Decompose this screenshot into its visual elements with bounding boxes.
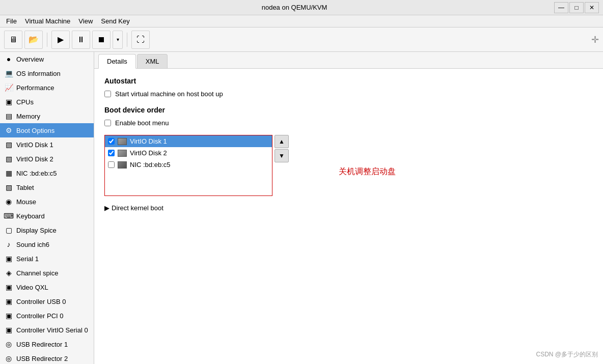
toolbar-separator-1	[47, 33, 47, 47]
boot-item-nic[interactable]: NIC :bd:eb:c5	[105, 159, 272, 171]
nic-icon	[118, 161, 127, 169]
collapse-arrow-icon: ▶	[104, 204, 109, 212]
sidebar-item-cpus[interactable]: ▣CPUs	[0, 95, 94, 109]
disk-icon-2	[118, 150, 127, 157]
sidebar-item-tablet[interactable]: ▨Tablet	[0, 180, 94, 194]
menubar-item-virtual-machine[interactable]: Virtual Machine	[21, 16, 74, 26]
menubar-item-send-key[interactable]: Send Key	[97, 16, 133, 26]
os-information-label: OS information	[16, 70, 61, 77]
autostart-label[interactable]: Start virtual machine on host boot up	[115, 90, 223, 98]
menubar-item-file[interactable]: File	[2, 16, 21, 26]
boot-item-label-1: VirtIO Disk 1	[130, 137, 167, 145]
annotation-container: 关机调整启动盘	[308, 146, 396, 177]
sidebar-item-boot-options[interactable]: ⚙Boot Options	[0, 123, 94, 137]
keyboard-icon: ⌨	[4, 211, 13, 220]
sidebar: ●Overview💻OS information📈Performance▣CPU…	[0, 52, 94, 364]
window-title: nodea on QEMU/KVM	[35, 4, 554, 11]
sidebar-item-controller-virtio-serial-0[interactable]: ▣Controller VirtIO Serial 0	[0, 323, 94, 337]
autostart-title: Autostart	[104, 77, 593, 85]
minimize-button[interactable]: —	[554, 2, 568, 13]
controller-usb-0-icon: ▣	[4, 297, 13, 306]
performance-icon: 📈	[4, 83, 13, 92]
enable-boot-menu-label[interactable]: Enable boot menu	[115, 119, 169, 127]
overview-label: Overview	[16, 55, 44, 63]
sidebar-item-memory[interactable]: ▤Memory	[0, 109, 94, 123]
video-qxl-icon: ▣	[4, 283, 13, 292]
sidebar-item-serial-1[interactable]: ▣Serial 1	[0, 251, 94, 266]
direct-kernel-boot-label: Direct kernel boot	[112, 204, 163, 212]
enable-boot-menu-checkbox[interactable]	[104, 120, 111, 126]
maximize-button[interactable]: □	[569, 2, 584, 13]
sidebar-item-virtio-disk-1[interactable]: ▧VirtIO Disk 1	[0, 137, 94, 152]
virtio-disk-2-icon: ▧	[4, 154, 13, 163]
virtio-disk-1-icon: ▧	[4, 140, 13, 149]
sidebar-item-video-qxl[interactable]: ▣Video QXL	[0, 280, 94, 294]
toolbar: 🖥 📂 ▶ ⏸ ⏹ ▾ ⛶ ✛	[0, 27, 603, 52]
sidebar-item-virtio-disk-2[interactable]: ▧VirtIO Disk 2	[0, 152, 94, 166]
virtio-disk-1-label: VirtIO Disk 1	[16, 141, 53, 149]
usb-redirector-2-icon: ◎	[4, 354, 13, 363]
autostart-checkbox[interactable]	[104, 91, 111, 97]
sidebar-item-overview[interactable]: ●Overview	[0, 52, 94, 66]
move-up-button[interactable]: ▲	[275, 135, 289, 148]
overview-icon: ●	[4, 54, 13, 64]
tab-bar: Details XML	[94, 52, 603, 69]
toolbar-spacer: ✛	[591, 34, 599, 45]
boot-device-order-title: Boot device order	[104, 106, 593, 114]
pause-button[interactable]: ⏸	[72, 31, 90, 49]
boot-item-checkbox-2[interactable]	[108, 150, 115, 156]
window-controls: — □ ✕	[554, 2, 599, 13]
dropdown-button[interactable]: ▾	[113, 31, 123, 49]
memory-icon: ▤	[4, 111, 13, 121]
controller-virtio-serial-0-label: Controller VirtIO Serial 0	[16, 326, 88, 334]
boot-item-virtio-disk-2[interactable]: VirtIO Disk 2	[105, 147, 272, 159]
sidebar-item-controller-pci-0[interactable]: ▣Controller PCI 0	[0, 309, 94, 323]
tablet-icon: ▨	[4, 183, 13, 192]
os-information-icon: 💻	[4, 69, 13, 78]
boot-item-label-2: VirtIO Disk 2	[130, 149, 167, 157]
move-down-button[interactable]: ▼	[275, 149, 289, 162]
memory-label: Memory	[16, 113, 40, 120]
toolbar-separator-2	[127, 33, 127, 47]
monitor-button[interactable]: 🖥	[4, 31, 22, 49]
direct-kernel-boot-section[interactable]: ▶ Direct kernel boot	[104, 204, 593, 212]
sidebar-item-display-spice[interactable]: ▢Display Spice	[0, 223, 94, 237]
boot-item-label-3: NIC :bd:eb:c5	[130, 161, 171, 169]
sound-ich6-icon: ♪	[4, 240, 13, 249]
sidebar-item-channel-spice[interactable]: ◈Channel spice	[0, 266, 94, 280]
open-button[interactable]: 📂	[24, 31, 43, 49]
play-button[interactable]: ▶	[51, 31, 70, 49]
nic-bd-eb-c5-label: NIC :bd:eb:c5	[16, 170, 57, 177]
controller-usb-0-label: Controller USB 0	[16, 298, 66, 305]
sidebar-item-controller-usb-0[interactable]: ▣Controller USB 0	[0, 294, 94, 309]
keyboard-label: Keyboard	[16, 212, 45, 220]
sound-ich6-label: Sound ich6	[16, 241, 49, 248]
boot-item-virtio-disk-1[interactable]: VirtIO Disk 1	[105, 135, 272, 147]
sidebar-item-nic-bd-eb-c5[interactable]: ▦NIC :bd:eb:c5	[0, 166, 94, 180]
boot-item-checkbox-3[interactable]	[108, 161, 115, 168]
sidebar-item-mouse[interactable]: ◉Mouse	[0, 194, 94, 209]
tab-details[interactable]: Details	[98, 54, 136, 69]
boot-item-checkbox-1[interactable]	[108, 138, 115, 145]
sidebar-item-os-information[interactable]: 💻OS information	[0, 66, 94, 80]
usb-redirector-2-label: USB Redirector 2	[16, 355, 68, 362]
display-spice-icon: ▢	[4, 226, 13, 235]
menubar: FileVirtual MachineViewSend Key	[0, 15, 603, 27]
boot-options-label: Boot Options	[16, 127, 54, 134]
watermark: CSDN @多于少的区别	[536, 350, 598, 359]
fullscreen-button[interactable]: ⛶	[131, 31, 150, 49]
sidebar-item-keyboard[interactable]: ⌨Keyboard	[0, 209, 94, 223]
boot-order-section: VirtIO Disk 1 VirtIO Disk 2 NIC :b	[104, 131, 593, 196]
display-spice-label: Display Spice	[16, 227, 57, 234]
stop-button[interactable]: ⏹	[92, 31, 111, 49]
sidebar-item-performance[interactable]: 📈Performance	[0, 80, 94, 95]
close-button[interactable]: ✕	[585, 2, 599, 13]
sidebar-item-usb-redirector-1[interactable]: ◎USB Redirector 1	[0, 337, 94, 351]
titlebar: nodea on QEMU/KVM — □ ✕	[0, 0, 603, 15]
menubar-item-view[interactable]: View	[74, 16, 97, 26]
tab-xml[interactable]: XML	[137, 54, 168, 68]
sidebar-item-usb-redirector-2[interactable]: ◎USB Redirector 2	[0, 351, 94, 364]
usb-redirector-1-icon: ◎	[4, 340, 13, 349]
boot-options-icon: ⚙	[4, 126, 13, 135]
sidebar-item-sound-ich6[interactable]: ♪Sound ich6	[0, 237, 94, 251]
